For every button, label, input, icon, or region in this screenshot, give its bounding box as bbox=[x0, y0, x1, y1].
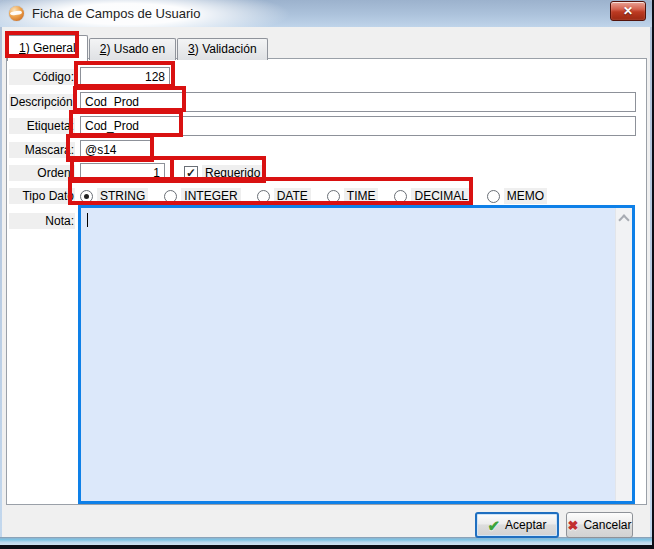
accept-check-icon: ✔ bbox=[488, 518, 501, 533]
close-icon: ✕ bbox=[623, 5, 633, 17]
checkmark-icon: ✓ bbox=[186, 167, 196, 179]
tipo-dato-options: STRINGINTEGERDATETIMEDECIMALMEMO bbox=[80, 188, 547, 204]
radio-option-label: MEMO bbox=[504, 188, 547, 204]
radio-option-label: INTEGER bbox=[181, 188, 240, 204]
radio-option-label: DECIMAL bbox=[411, 188, 470, 204]
cancel-cross-icon: ✖ bbox=[568, 519, 579, 532]
tipo-dato-label: Tipo Dato bbox=[9, 188, 75, 204]
orden-input[interactable] bbox=[80, 163, 165, 183]
tab-usado-en-label: ) Usado en bbox=[106, 42, 165, 56]
tab-validacion-accel: 3 bbox=[188, 42, 195, 56]
mascara-row: Mascara: bbox=[9, 140, 641, 160]
orden-label: Orden: bbox=[9, 165, 75, 181]
tab-validacion[interactable]: 3) Validación bbox=[177, 38, 268, 60]
titlebar[interactable]: Ficha de Campos de Usuario bbox=[0, 0, 652, 27]
descripcion-label: Descripción: bbox=[9, 94, 75, 110]
etiqueta-label: Etiqueta: bbox=[9, 118, 75, 134]
radio-option-time[interactable]: TIME bbox=[327, 188, 379, 204]
accept-button[interactable]: ✔ Aceptar bbox=[475, 512, 559, 538]
etiqueta-row: Etiqueta: bbox=[9, 116, 641, 136]
radio-option-decimal[interactable]: DECIMAL bbox=[394, 188, 470, 204]
radio-option-integer[interactable]: INTEGER bbox=[164, 188, 240, 204]
accept-button-label: Aceptar bbox=[505, 518, 546, 532]
tab-general[interactable]: 1) General bbox=[7, 35, 88, 61]
tabstrip: 1) General 2) Usado en 3) Validación bbox=[7, 34, 269, 60]
tab-general-accel: 1 bbox=[19, 41, 26, 55]
radio-icon[interactable] bbox=[327, 190, 340, 203]
codigo-row: Código: bbox=[9, 67, 641, 87]
window-border-right bbox=[650, 0, 652, 545]
window-title: Ficha de Campos de Usuario bbox=[32, 6, 200, 21]
radio-option-label: DATE bbox=[274, 188, 311, 204]
radio-icon[interactable] bbox=[80, 190, 93, 203]
radio-option-string[interactable]: STRING bbox=[80, 188, 148, 204]
nota-scrollbar[interactable] bbox=[615, 208, 632, 501]
radio-option-label: TIME bbox=[344, 188, 379, 204]
mascara-label: Mascara: bbox=[9, 142, 75, 158]
descripcion-row: Descripción: bbox=[9, 92, 641, 112]
radio-option-memo[interactable]: MEMO bbox=[487, 188, 547, 204]
scroll-up-icon[interactable] bbox=[618, 214, 629, 225]
radio-icon[interactable] bbox=[487, 190, 500, 203]
window-border-bottom bbox=[0, 537, 652, 545]
close-button[interactable]: ✕ bbox=[610, 1, 646, 21]
radio-option-date[interactable]: DATE bbox=[257, 188, 311, 204]
codigo-label: Código: bbox=[9, 69, 75, 85]
etiqueta-input[interactable] bbox=[80, 116, 636, 136]
nota-label: Nota: bbox=[9, 213, 75, 229]
tipo-dato-row: Tipo Dato STRINGINTEGERDATETIMEDECIMALME… bbox=[9, 186, 641, 206]
cancel-button[interactable]: ✖ Cancelar bbox=[566, 512, 633, 538]
tab-general-label: ) General bbox=[26, 41, 76, 55]
requerido-checkbox[interactable]: ✓ Requerido bbox=[184, 165, 263, 181]
app-icon bbox=[9, 6, 24, 21]
nota-textarea[interactable] bbox=[78, 205, 635, 504]
radio-icon[interactable] bbox=[394, 190, 407, 203]
tab-page-general: Código: Descripción: Etiqueta: Mascara: … bbox=[6, 58, 647, 505]
cancel-button-label: Cancelar bbox=[583, 518, 631, 532]
screen: Ficha de Campos de Usuario ✕ 1) General … bbox=[0, 0, 654, 549]
mascara-input[interactable] bbox=[80, 140, 152, 160]
requerido-checkbox-box[interactable]: ✓ bbox=[184, 166, 198, 180]
radio-option-label: STRING bbox=[97, 188, 148, 204]
orden-row: Orden: ✓ Requerido bbox=[9, 163, 641, 183]
requerido-label: Requerido bbox=[202, 165, 263, 181]
radio-icon[interactable] bbox=[164, 190, 177, 203]
codigo-input[interactable] bbox=[80, 67, 170, 87]
tab-usado-en[interactable]: 2) Usado en bbox=[89, 38, 176, 60]
tab-validacion-label: ) Validación bbox=[195, 42, 257, 56]
descripcion-input[interactable] bbox=[80, 92, 636, 112]
window-border-left bbox=[0, 0, 2, 545]
text-caret bbox=[87, 213, 88, 227]
radio-icon[interactable] bbox=[257, 190, 270, 203]
